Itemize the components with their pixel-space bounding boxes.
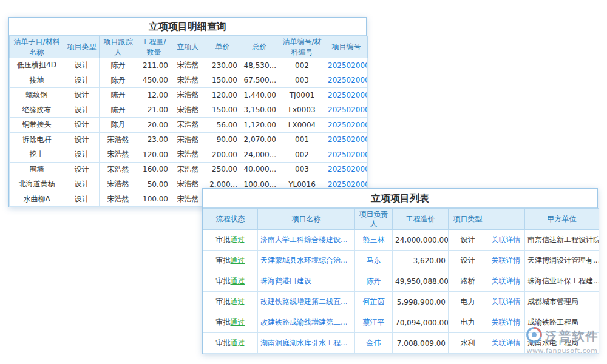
watermark: 泛普软件 www.fanpusoft.com [520, 326, 605, 355]
column-header: 流程状态 [203, 209, 258, 230]
project-name-link[interactable]: 珠海鹤港口建设 [260, 277, 311, 285]
cell: 宋浩然 [100, 192, 137, 207]
project-name-cell: 湖南洞庭湖水库引水工程... [258, 333, 355, 354]
column-header: 立项人 [171, 36, 205, 58]
related-detail-link[interactable]: 关联详情 [492, 256, 521, 265]
cost-cell: 70,094,000.00 [393, 312, 449, 333]
project-number-link[interactable]: 2025020004 [328, 76, 368, 84]
project-number-link[interactable]: 2025020003 [328, 150, 368, 159]
status-cell: 审批通过 [203, 312, 258, 333]
cell: 003 [279, 162, 325, 177]
cost-cell: 7,008,009.00 [393, 333, 449, 354]
cell: 001 [279, 132, 325, 147]
status-approved-link[interactable]: 通过 [231, 277, 245, 285]
project-name-link[interactable]: 天津蒙城县水环境综合治... [260, 256, 347, 265]
project-manager-link[interactable]: 陈丹 [367, 277, 381, 285]
project-name-cell: 珠海鹤港口建设 [258, 271, 355, 292]
related-detail-link[interactable]: 关联详情 [492, 318, 521, 326]
cell: 宋浩然 [171, 58, 205, 73]
project-number-link[interactable]: 2025020004 [328, 121, 368, 129]
status-approved-link[interactable]: 通过 [231, 256, 245, 265]
cell: 3,150.00 [240, 103, 279, 118]
cell: 低压横担4D [10, 58, 64, 73]
project-manager-link[interactable]: 何芷茵 [363, 297, 385, 306]
project-name-cell: 天津蒙城县水环境综合治... [258, 251, 355, 271]
status-approved-link[interactable]: 通过 [231, 318, 245, 326]
status-approved-link[interactable]: 通过 [231, 235, 245, 244]
status-label: 审批 [216, 339, 231, 347]
cell: 90.00 [205, 132, 240, 147]
cell: 2025020003 [325, 132, 368, 147]
cell: 2025020004 [325, 58, 368, 73]
detail-query-panel: 立项项目明细查询 清单子目/材料名称项目类型项目跟踪人工程量/数量立项人单价总价… [8, 17, 367, 207]
project-name-cell: 改建铁路成渝线增建第二... [258, 312, 355, 333]
project-number-link[interactable]: 2025020003 [328, 135, 368, 144]
cell: 67,500... [240, 73, 279, 88]
cell: 陈丹 [100, 73, 137, 88]
project-manager-link[interactable]: 蔡江平 [363, 318, 385, 326]
cell: 宋浩然 [100, 147, 137, 163]
table-row: 审批通过济南大学工科综合楼建设...熊三林24,000,000.00设计关联详情… [203, 230, 599, 251]
related-detail-link[interactable]: 关联详情 [492, 277, 521, 285]
table-row: 绝缘胶布设计陈丹21.00宋浩然150.003,150.00Lx00032025… [10, 103, 368, 118]
project-name-link[interactable]: 改建铁路成渝线增建第二... [260, 318, 347, 326]
cell: 2025020004 [325, 88, 368, 103]
column-header: 项目负责人 [355, 209, 393, 230]
cell: 12.00 [137, 88, 171, 103]
cell: 北海道黄杨 [10, 177, 64, 192]
cell: 230.00 [205, 58, 240, 73]
cell: 宋浩然 [171, 162, 205, 177]
project-name-link[interactable]: 济南大学工科综合楼建设... [260, 235, 347, 244]
cell: 陈丹 [100, 88, 137, 103]
fanpu-logo-icon [526, 326, 543, 346]
project-manager-link[interactable]: 马东 [367, 256, 381, 265]
cell: 宋浩然 [171, 118, 205, 133]
cell: 2025020003 [325, 147, 368, 163]
column-header: 项目类型 [64, 36, 100, 58]
related-detail-link[interactable]: 关联详情 [492, 297, 521, 306]
cost-cell: 24,000,000.00 [393, 230, 449, 251]
project-number-link[interactable]: 2025020004 [328, 61, 368, 70]
project-manager-link[interactable]: 金伟 [367, 339, 381, 347]
status-approved-link[interactable]: 通过 [231, 297, 245, 306]
project-name-link[interactable]: 改建铁路线增建第二线直... [260, 297, 347, 306]
cell: 21.00 [137, 103, 171, 118]
project-manager-link[interactable]: 熊三林 [363, 235, 385, 244]
column-header: 甲方单位 [525, 209, 599, 230]
cell: 设计 [64, 132, 100, 147]
cell: 50.00 [137, 177, 171, 192]
cell: 宋浩然 [171, 132, 205, 147]
cell: 150.00 [205, 73, 240, 88]
table-row: 审批通过改建铁路线增建第二线直...何芷茵5,998,900.00电力关联详情成… [203, 292, 599, 312]
status-approved-link[interactable]: 通过 [231, 339, 245, 347]
cell: 围墙 [10, 162, 64, 177]
cell: 2025020004 [325, 118, 368, 133]
column-header: 项目类型 [449, 209, 487, 230]
column-header [487, 209, 525, 230]
project-name-link[interactable]: 湖南洞庭湖水库引水工程... [260, 339, 347, 347]
project-number-link[interactable]: 2025020003 [328, 165, 368, 174]
cell: 120.00 [137, 147, 171, 163]
related-detail-link[interactable]: 关联详情 [492, 339, 521, 347]
table-row: 螺纹钢设计陈丹12.00宋浩然120.001,440.00TJ000120250… [10, 88, 368, 103]
detail-table-body: 低压横担4D设计陈丹211.00宋浩然230.0048,530...002202… [10, 58, 368, 207]
list-table-header-row: 流程状态项目名称项目负责人工程造价项目类型甲方单位 [203, 209, 599, 230]
status-label: 审批 [216, 277, 231, 285]
client-cell: 成都城市管理局 [525, 292, 599, 312]
manager-cell: 金伟 [355, 333, 393, 354]
table-row: 拆除电杆设计宋浩然23.00宋浩然90.002,070.000012025020… [10, 132, 368, 147]
detail-link-cell: 关联详情 [487, 271, 525, 292]
table-row: 围墙设计宋浩然160.00宋浩然250.0040,000...003202502… [10, 162, 368, 177]
type-cell: 水利 [449, 333, 487, 354]
related-detail-link[interactable]: 关联详情 [492, 235, 521, 244]
cell: 设计 [64, 58, 100, 73]
cell: 003 [279, 73, 325, 88]
project-number-link[interactable]: 2025020004 [328, 106, 368, 114]
client-cell: 珠海信业环保工程建... [525, 271, 599, 292]
watermark-url: www.fanpusoft.com [520, 347, 605, 355]
project-number-link[interactable]: 2025020004 [328, 91, 368, 99]
cell: 宋浩然 [171, 177, 205, 192]
project-number-link[interactable]: 2025020003 [328, 180, 368, 189]
column-header: 总价 [240, 36, 279, 58]
status-label: 审批 [216, 297, 231, 306]
